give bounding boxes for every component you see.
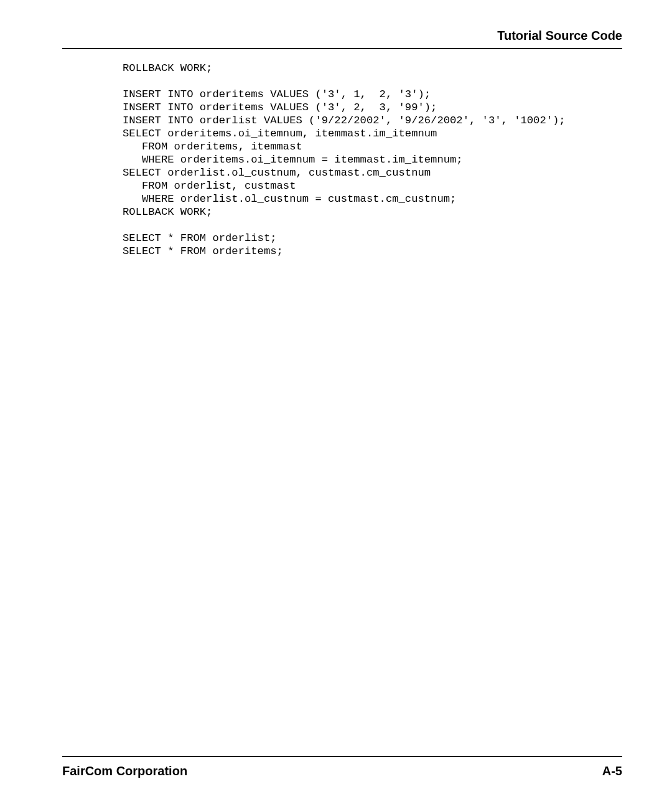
page-header: Tutorial Source Code: [62, 29, 622, 49]
page-footer: FairCom Corporation A-5: [62, 764, 622, 778]
footer-page-number: A-5: [602, 764, 622, 778]
source-code-block: ROLLBACK WORK; INSERT INTO orderitems VA…: [123, 62, 622, 258]
footer-rule: [62, 756, 622, 757]
header-title: Tutorial Source Code: [497, 29, 622, 42]
footer-company: FairCom Corporation: [62, 764, 187, 778]
page: Tutorial Source Code ROLLBACK WORK; INSE…: [0, 0, 672, 807]
